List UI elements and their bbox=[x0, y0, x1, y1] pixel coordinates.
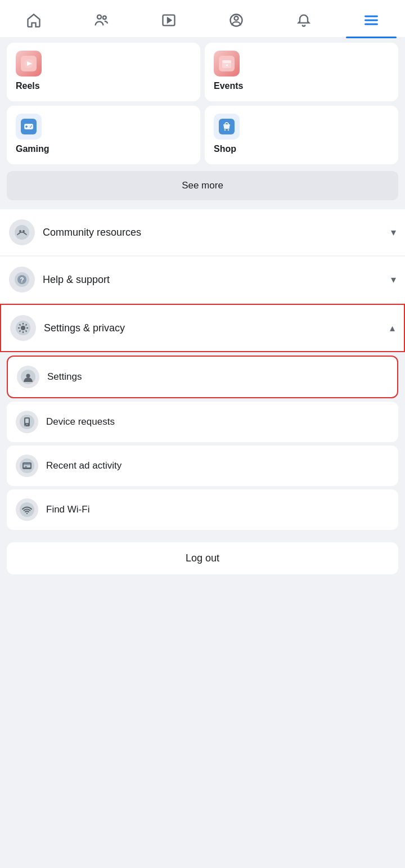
divider-1 bbox=[0, 205, 405, 209]
nav-friends[interactable] bbox=[76, 6, 127, 35]
see-more-button[interactable]: See more bbox=[7, 171, 398, 200]
community-resources-chevron: ▾ bbox=[391, 226, 396, 239]
card-shop[interactable]: Shop bbox=[205, 106, 398, 164]
shop-label: Shop bbox=[214, 144, 236, 154]
device-requests-sub-label: Device requests bbox=[46, 416, 115, 428]
svg-rect-52 bbox=[25, 466, 27, 467]
sub-item-settings[interactable]: Settings bbox=[7, 356, 398, 398]
help-support-chevron: ▾ bbox=[391, 273, 396, 286]
friends-icon bbox=[93, 12, 109, 28]
svg-point-20 bbox=[31, 125, 32, 127]
settings-sub-icon bbox=[17, 366, 39, 388]
nav-menu[interactable] bbox=[346, 6, 397, 35]
wifi-sub-label: Find Wi-Fi bbox=[46, 504, 89, 515]
svg-rect-19 bbox=[26, 125, 27, 128]
svg-point-26 bbox=[19, 230, 21, 232]
nav-bar bbox=[0, 0, 405, 38]
settings-privacy-label: Settings & privacy bbox=[44, 322, 390, 334]
community-resources-icon bbox=[9, 219, 35, 245]
svg-point-54 bbox=[26, 512, 28, 514]
see-more-wrap: See more bbox=[0, 169, 405, 205]
svg-rect-47 bbox=[24, 425, 26, 426]
recent-ad-sub-icon bbox=[16, 455, 38, 477]
settings-sub-items: Settings Device requests bbox=[0, 352, 405, 533]
sub-item-device-requests[interactable]: Device requests bbox=[7, 402, 398, 442]
logout-wrap: Log out bbox=[0, 533, 405, 588]
svg-point-23 bbox=[224, 129, 226, 131]
svg-rect-45 bbox=[25, 419, 29, 423]
svg-line-38 bbox=[26, 331, 27, 332]
svg-line-37 bbox=[20, 325, 21, 326]
help-support-row[interactable]: ? Help & support ▾ bbox=[0, 257, 405, 303]
help-support-label: Help & support bbox=[43, 274, 391, 286]
sub-item-find-wifi[interactable]: Find Wi-Fi bbox=[7, 489, 398, 530]
svg-rect-14 bbox=[222, 60, 231, 63]
gaming-label: Gaming bbox=[16, 144, 50, 154]
watch-icon bbox=[161, 12, 177, 28]
svg-point-21 bbox=[30, 127, 31, 128]
settings-privacy-row[interactable]: Settings & privacy ▴ bbox=[0, 304, 405, 352]
svg-text:?: ? bbox=[20, 276, 24, 284]
svg-point-42 bbox=[26, 374, 30, 378]
card-reels[interactable]: Reels bbox=[7, 43, 200, 101]
card-events[interactable]: Events bbox=[205, 43, 398, 101]
svg-point-5 bbox=[235, 16, 238, 20]
wifi-sub-icon bbox=[16, 498, 38, 521]
svg-rect-51 bbox=[24, 464, 30, 465]
reels-label: Reels bbox=[16, 81, 40, 91]
help-support-icon: ? bbox=[9, 267, 35, 293]
shortcut-cards-grid: Reels Events bbox=[0, 38, 405, 169]
shop-card-icon bbox=[214, 114, 240, 140]
svg-point-32 bbox=[21, 326, 25, 330]
settings-sub-label: Settings bbox=[47, 371, 82, 383]
menu-icon bbox=[363, 12, 379, 28]
nav-watch[interactable] bbox=[143, 6, 194, 35]
recent-ad-sub-label: Recent ad activity bbox=[46, 460, 122, 471]
logout-button[interactable]: Log out bbox=[7, 542, 398, 574]
settings-privacy-chevron: ▴ bbox=[390, 322, 395, 334]
events-label: Events bbox=[214, 81, 243, 91]
settings-privacy-icon bbox=[10, 315, 36, 341]
events-card-icon bbox=[214, 51, 240, 77]
gaming-card-icon bbox=[16, 114, 42, 140]
svg-point-46 bbox=[26, 424, 28, 425]
community-resources-label: Community resources bbox=[43, 227, 391, 239]
nav-profile[interactable] bbox=[211, 6, 262, 35]
notifications-icon bbox=[296, 12, 312, 28]
svg-point-24 bbox=[228, 129, 229, 131]
svg-point-1 bbox=[103, 16, 106, 19]
svg-marker-3 bbox=[168, 17, 172, 23]
content-area: Reels Events bbox=[0, 38, 405, 588]
sub-item-recent-ad-activity[interactable]: Recent ad activity bbox=[7, 446, 398, 486]
community-resources-row[interactable]: Community resources ▾ bbox=[0, 209, 405, 256]
svg-line-40 bbox=[20, 331, 21, 332]
nav-notifications[interactable] bbox=[278, 6, 329, 35]
svg-point-27 bbox=[22, 230, 25, 232]
profile-icon bbox=[228, 12, 244, 28]
device-requests-sub-icon bbox=[16, 411, 38, 433]
card-gaming[interactable]: Gaming bbox=[7, 106, 200, 164]
nav-home[interactable] bbox=[8, 6, 59, 35]
svg-line-39 bbox=[26, 325, 27, 326]
home-icon bbox=[26, 12, 42, 28]
svg-point-0 bbox=[97, 15, 101, 19]
reels-card-icon bbox=[16, 51, 42, 77]
